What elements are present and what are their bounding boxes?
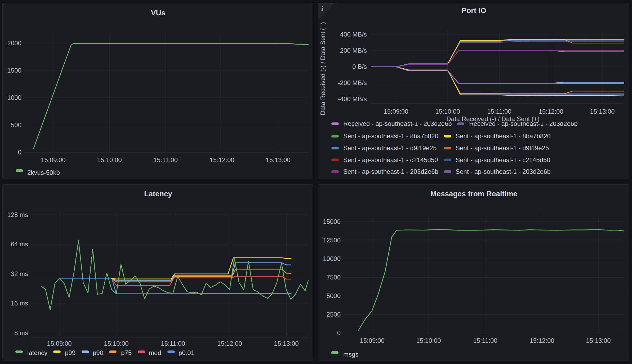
svg-text:15:12:00: 15:12:00 (529, 337, 554, 344)
svg-text:15:10:00: 15:10:00 (97, 156, 122, 163)
svg-text:15:12:00: 15:12:00 (538, 108, 563, 115)
svg-text:15:09:00: 15:09:00 (41, 156, 65, 163)
svg-text:16 ms: 16 ms (11, 300, 28, 307)
svg-text:msgs: msgs (343, 351, 358, 358)
svg-text:Sent - ap-southeast-1 - d9f19e: Sent - ap-southeast-1 - d9f19e25 (456, 144, 549, 152)
svg-text:Sent - ap-southeast-1 - 203d2e: Sent - ap-southeast-1 - 203d2e6b (456, 168, 551, 175)
svg-text:5000: 5000 (327, 292, 341, 299)
svg-text:p0.01: p0.01 (179, 349, 194, 356)
svg-text:200 MB/s: 200 MB/s (340, 47, 367, 54)
svg-text:p75: p75 (121, 349, 132, 356)
svg-text:15:12:00: 15:12:00 (210, 156, 234, 163)
svg-text:15:10:00: 15:10:00 (435, 108, 460, 115)
svg-text:8 ms: 8 ms (14, 329, 28, 336)
svg-text:15:10:00: 15:10:00 (104, 340, 128, 347)
svg-text:15:11:00: 15:11:00 (487, 108, 511, 115)
svg-text:Sent - ap-southeast-1 - d9f19e: Sent - ap-southeast-1 - d9f19e25 (343, 144, 437, 152)
svg-text:15:11:00: 15:11:00 (161, 340, 185, 347)
svg-text:Sent - ap-southeast-1 - 8ba7b8: Sent - ap-southeast-1 - 8ba7b820 (456, 132, 551, 140)
svg-text:15:13:00: 15:13:00 (586, 337, 611, 344)
svg-text:15:13:00: 15:13:00 (266, 156, 290, 163)
svg-text:p90: p90 (93, 349, 103, 356)
svg-text:Latency: Latency (144, 190, 172, 198)
svg-text:latency: latency (27, 349, 47, 356)
svg-text:-200 MB/s: -200 MB/s (338, 79, 367, 86)
svg-text:64 ms: 64 ms (11, 241, 28, 248)
svg-text:0 B/s: 0 B/s (352, 63, 367, 70)
svg-text:2500: 2500 (327, 311, 341, 318)
svg-text:1500: 1500 (7, 67, 21, 74)
svg-text:128 ms: 128 ms (7, 211, 28, 218)
svg-text:15000: 15000 (323, 218, 341, 225)
svg-text:Sent - ap-southeast-1 - c2145d: Sent - ap-southeast-1 - c2145d50 (456, 156, 550, 163)
svg-text:2000: 2000 (7, 39, 21, 47)
svg-text:Sent - ap-southeast-1 - c2145d: Sent - ap-southeast-1 - c2145d50 (343, 156, 438, 163)
svg-text:i: i (321, 5, 323, 12)
svg-text:Messages from Realtime: Messages from Realtime (430, 190, 517, 198)
svg-text:Data Received (-) / Data Sent: Data Received (-) / Data Sent (+) (319, 22, 326, 115)
svg-text:500: 500 (11, 121, 21, 128)
svg-text:7500: 7500 (327, 274, 341, 281)
svg-text:Sent - ap-southeast-1 - 8ba7b8: Sent - ap-southeast-1 - 8ba7b820 (343, 132, 438, 140)
svg-text:12500: 12500 (323, 237, 341, 244)
svg-text:Sent - ap-southeast-1 - 203d2e: Sent - ap-southeast-1 - 203d2e6b (343, 168, 438, 175)
svg-text:0: 0 (337, 329, 341, 336)
svg-text:-400 MB/s: -400 MB/s (338, 95, 367, 103)
svg-text:0: 0 (18, 149, 21, 156)
svg-text:15:13:00: 15:13:00 (590, 108, 615, 115)
svg-text:32 ms: 32 ms (11, 270, 28, 277)
svg-text:15:11:00: 15:11:00 (473, 337, 497, 344)
svg-text:Port IO: Port IO (461, 6, 486, 15)
svg-text:10000: 10000 (323, 255, 341, 262)
svg-text:p99: p99 (65, 349, 75, 356)
svg-text:2kvus-50kb: 2kvus-50kb (27, 169, 60, 176)
svg-text:15:12:00: 15:12:00 (217, 340, 242, 347)
svg-text:15:10:00: 15:10:00 (416, 337, 441, 344)
svg-text:15:09:00: 15:09:00 (47, 340, 72, 347)
svg-text:15:11:00: 15:11:00 (153, 156, 178, 163)
svg-text:med: med (149, 349, 161, 356)
svg-text:400 MB/s: 400 MB/s (340, 31, 367, 38)
svg-text:1000: 1000 (7, 94, 21, 101)
svg-text:VUs: VUs (151, 9, 165, 17)
svg-text:15:09:00: 15:09:00 (360, 337, 384, 344)
svg-text:15:13:00: 15:13:00 (274, 340, 299, 347)
svg-text:15:09:00: 15:09:00 (384, 108, 408, 115)
